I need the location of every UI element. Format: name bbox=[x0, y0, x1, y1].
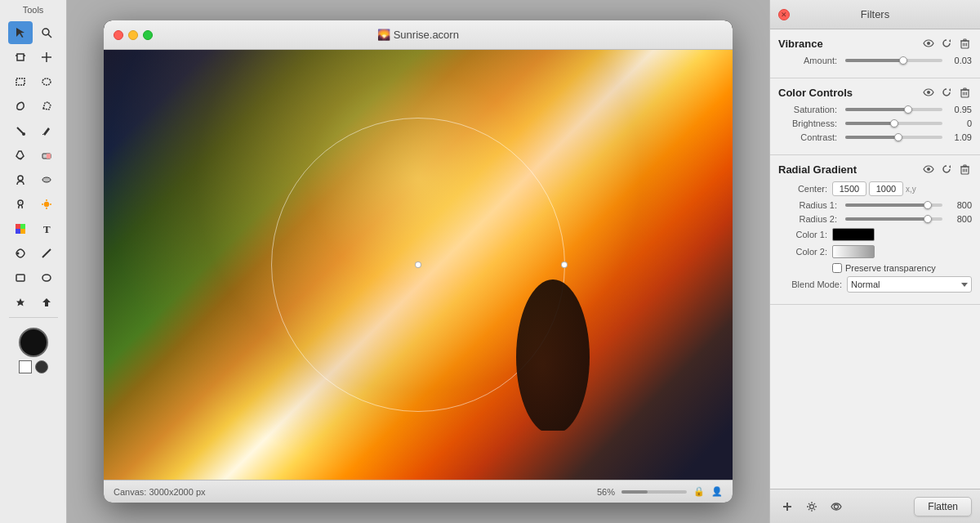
radius2-value: 800 bbox=[946, 214, 972, 224]
radius1-slider[interactable] bbox=[845, 203, 942, 207]
color-controls-reset-btn[interactable] bbox=[939, 85, 954, 100]
color-controls-delete-btn[interactable] bbox=[957, 85, 972, 100]
tool-ellipse-select[interactable] bbox=[34, 70, 59, 93]
tool-arrow[interactable] bbox=[8, 21, 33, 44]
svg-point-62 bbox=[835, 504, 839, 508]
tool-fill[interactable] bbox=[8, 144, 33, 167]
tool-transform[interactable] bbox=[34, 46, 59, 69]
center-y-input[interactable] bbox=[869, 181, 903, 196]
blend-mode-select[interactable]: Normal Multiply Screen Overlay bbox=[847, 276, 972, 293]
svg-marker-36 bbox=[949, 39, 951, 42]
tool-brush[interactable] bbox=[8, 119, 33, 142]
canvas-window: 🌄 Sunrise.acorn Canvas: 3000x2000 px 56%… bbox=[104, 20, 733, 503]
contrast-thumb[interactable] bbox=[894, 133, 902, 141]
center-x-input[interactable] bbox=[832, 181, 866, 196]
color-row bbox=[19, 360, 48, 373]
saturation-row: Saturation: 0.95 bbox=[778, 105, 972, 114]
vibrance-delete-btn[interactable] bbox=[957, 36, 972, 51]
color-controls-eye-btn[interactable] bbox=[921, 85, 936, 100]
tool-line[interactable] bbox=[34, 242, 59, 265]
radial-gradient-delete-btn[interactable] bbox=[957, 162, 972, 177]
filters-header: ✕ Filters bbox=[770, 0, 980, 29]
preserve-row: Preserve transparency bbox=[832, 263, 972, 273]
contrast-value: 1.09 bbox=[946, 132, 972, 142]
filter-eye-btn[interactable] bbox=[827, 498, 845, 516]
vibrance-eye-btn[interactable] bbox=[921, 36, 936, 51]
zoom-slider[interactable] bbox=[621, 490, 687, 494]
add-filter-btn[interactable] bbox=[778, 498, 796, 516]
tool-arrow-shape[interactable] bbox=[34, 291, 59, 314]
tool-lasso[interactable] bbox=[8, 95, 33, 118]
brightness-value: 0 bbox=[946, 118, 972, 128]
radial-gradient-reset-btn[interactable] bbox=[939, 162, 954, 177]
tool-smudge[interactable] bbox=[34, 168, 59, 191]
vibrance-amount-thumb[interactable] bbox=[899, 56, 907, 65]
tool-sun[interactable] bbox=[34, 193, 59, 216]
radial-circle[interactable] bbox=[271, 118, 565, 412]
foreground-color[interactable] bbox=[19, 328, 48, 357]
tool-clone[interactable] bbox=[8, 168, 33, 191]
window-maximize-btn[interactable] bbox=[143, 30, 153, 40]
svg-rect-31 bbox=[16, 275, 24, 281]
circle-handle-center[interactable] bbox=[415, 262, 421, 268]
radial-gradient-eye-btn[interactable] bbox=[921, 162, 936, 177]
svg-point-18 bbox=[20, 202, 21, 203]
svg-line-30 bbox=[42, 249, 51, 257]
window-minimize-btn[interactable] bbox=[128, 30, 138, 40]
tool-poly-lasso[interactable] bbox=[34, 95, 59, 118]
vibrance-amount-row: Amount: 0.03 bbox=[778, 56, 972, 65]
saturation-thumb[interactable] bbox=[904, 105, 912, 114]
radius2-slider[interactable] bbox=[845, 217, 942, 221]
svg-line-12 bbox=[42, 134, 43, 135]
vibrance-header: Vibrance bbox=[778, 36, 972, 51]
tool-zoom[interactable] bbox=[34, 21, 59, 44]
vibrance-amount-slider[interactable] bbox=[845, 59, 942, 62]
tools-panel-title: Tools bbox=[23, 5, 44, 15]
svg-marker-44 bbox=[949, 88, 951, 92]
contrast-fill bbox=[845, 136, 898, 139]
tool-color-adjust[interactable] bbox=[8, 217, 33, 240]
brightness-thumb[interactable] bbox=[890, 119, 898, 127]
color-controls-header: Color Controls bbox=[778, 85, 972, 100]
svg-rect-8 bbox=[16, 78, 24, 85]
tool-eraser[interactable] bbox=[34, 144, 59, 167]
filters-close-btn[interactable]: ✕ bbox=[778, 9, 790, 20]
blend-mode-label: Blend Mode: bbox=[786, 279, 842, 289]
tool-pen[interactable] bbox=[8, 242, 33, 265]
tool-text[interactable]: T bbox=[34, 217, 59, 240]
circle-handle-edge[interactable] bbox=[561, 262, 568, 268]
preserve-label: Preserve transparency bbox=[845, 263, 936, 273]
color1-label: Color 1: bbox=[778, 230, 827, 239]
tool-crop[interactable] bbox=[8, 46, 33, 69]
flatten-button[interactable]: Flatten bbox=[914, 497, 972, 516]
filters-body: Vibrance Amount: bbox=[770, 29, 980, 489]
color1-swatch[interactable] bbox=[832, 228, 875, 241]
tool-rect-shape[interactable] bbox=[8, 266, 33, 289]
tool-pencil[interactable] bbox=[34, 119, 59, 142]
radial-gradient-section: Radial Gradient Center: bbox=[770, 155, 980, 305]
canvas-body[interactable] bbox=[104, 50, 733, 480]
filter-settings-btn[interactable] bbox=[803, 498, 821, 516]
svg-rect-24 bbox=[16, 224, 20, 229]
filters-panel: ✕ Filters Vibrance bbox=[769, 0, 980, 523]
swap-color[interactable] bbox=[35, 360, 48, 373]
radius1-value: 800 bbox=[946, 200, 972, 210]
tool-dodge[interactable] bbox=[8, 193, 33, 216]
vibrance-section: Vibrance Amount: bbox=[770, 29, 980, 78]
contrast-slider[interactable] bbox=[845, 136, 942, 139]
preserve-transparency-checkbox[interactable] bbox=[832, 263, 842, 273]
tool-star[interactable] bbox=[8, 291, 33, 314]
brightness-slider[interactable] bbox=[845, 122, 942, 125]
radius1-thumb[interactable] bbox=[924, 201, 932, 209]
svg-line-10 bbox=[17, 127, 23, 133]
saturation-slider[interactable] bbox=[845, 108, 942, 111]
window-close-btn[interactable] bbox=[114, 30, 123, 40]
vibrance-reset-btn[interactable] bbox=[939, 36, 954, 51]
tool-ellipse-shape[interactable] bbox=[34, 266, 59, 289]
tool-rect-select[interactable] bbox=[8, 70, 33, 93]
radius2-thumb[interactable] bbox=[924, 215, 932, 223]
radial-gradient-title: Radial Gradient bbox=[778, 163, 857, 176]
reset-color[interactable] bbox=[19, 360, 32, 373]
filters-footer: Flatten bbox=[770, 489, 980, 523]
color2-swatch[interactable] bbox=[832, 245, 875, 258]
